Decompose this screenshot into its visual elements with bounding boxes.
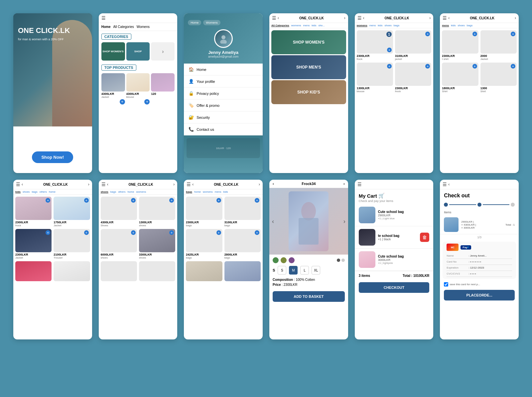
back-arrow-5[interactable]: ‹: [363, 16, 364, 20]
menu-contact-us[interactable]: 📞 Contact us: [184, 123, 263, 135]
add-btn-shoes-dark[interactable]: +: [169, 198, 174, 203]
back-arrow-8[interactable]: ‹: [107, 182, 108, 187]
product-next-arrow[interactable]: ›: [343, 218, 345, 225]
filter-bags-5[interactable]: bags: [394, 24, 399, 27]
menu-offer-promo[interactable]: 🏷️ Offer & promo: [184, 99, 263, 111]
shop-kids-banner[interactable]: SHOP KID'S: [271, 80, 346, 104]
add-btn-bag-multi[interactable]: +: [255, 198, 259, 203]
filter-womens-8[interactable]: womens: [136, 190, 146, 193]
forward-arrow-9[interactable]: ›: [259, 182, 260, 187]
hamburger-icon-8[interactable]: ☰: [101, 182, 106, 187]
add-btn-tshirt[interactable]: +: [472, 32, 477, 36]
menu-home[interactable]: 🏠 Home: [184, 64, 263, 76]
filter-kids-6[interactable]: kids: [451, 24, 456, 27]
add-btn-kids-trouser[interactable]: +: [84, 230, 89, 235]
nav-home-profile[interactable]: Home: [188, 20, 201, 25]
back-arrow-6[interactable]: ‹: [448, 16, 450, 20]
hamburger-icon-12[interactable]: ☰: [443, 182, 447, 187]
filter-womens-4[interactable]: womens: [291, 24, 301, 27]
shop-womens-banner[interactable]: SHOP WOMEN'S: [271, 30, 346, 54]
hamburger-icon-7[interactable]: ☰: [16, 182, 20, 187]
forward-arrow-7[interactable]: ›: [88, 182, 89, 187]
filter-bags-6[interactable]: bags: [467, 24, 472, 27]
shop-now-button[interactable]: Shop Now!: [32, 151, 73, 163]
filter-bags-7[interactable]: bags: [32, 190, 37, 193]
filter-shoes-8[interactable]: shoes: [101, 190, 108, 193]
forward-arrow-4[interactable]: ›: [344, 16, 345, 20]
back-arrow-7[interactable]: ‹: [22, 182, 23, 187]
add-btn-frock1[interactable]: +: [387, 48, 392, 52]
color-olive-dot[interactable]: [281, 257, 287, 263]
size-s-btn[interactable]: S: [278, 266, 286, 275]
filter-bags-8[interactable]: bags: [110, 190, 116, 193]
add-btn-kids-frock[interactable]: +: [46, 198, 50, 203]
filter-mens-9[interactable]: mens: [215, 190, 221, 193]
add-blouse-button[interactable]: +: [144, 99, 150, 104]
color-purple-dot[interactable]: [289, 257, 295, 263]
back-arrow-4[interactable]: ‹: [278, 16, 279, 20]
add-btn-jacketm[interactable]: +: [511, 32, 515, 36]
filter-all-categories[interactable]: All Categories: [271, 24, 289, 27]
hamburger-icon-6[interactable]: ☰: [443, 15, 447, 21]
size-l-btn[interactable]: L: [300, 266, 309, 275]
filter-home-7[interactable]: home: [49, 190, 56, 193]
add-to-basket-button[interactable]: ADD TO BASKET: [273, 291, 345, 302]
filter-kids-9[interactable]: kids: [223, 190, 228, 193]
size-m-btn[interactable]: M: [289, 266, 298, 275]
filter-womens-9[interactable]: womens: [203, 190, 213, 193]
nav-womens[interactable]: Womens: [137, 25, 150, 29]
filter-womens-5[interactable]: womens: [357, 24, 367, 27]
add-btn-kids-jacket[interactable]: +: [84, 198, 89, 203]
back-arrow-12[interactable]: ‹: [448, 182, 450, 187]
filter-bags-9[interactable]: bags: [186, 190, 192, 193]
add-btn-shirt2[interactable]: +: [511, 64, 515, 69]
add-btn-frock2[interactable]: +: [425, 64, 430, 69]
filter-mens-4[interactable]: mens: [303, 24, 310, 27]
color-green-dot[interactable]: [273, 257, 279, 263]
hamburger-icon-4[interactable]: ☰: [272, 15, 276, 21]
product-prev-arrow[interactable]: ‹: [272, 218, 274, 225]
filter-others-7[interactable]: others: [40, 190, 47, 193]
add-btn-blousew[interactable]: +: [387, 64, 392, 69]
filter-kids-5[interactable]: kids: [378, 24, 382, 27]
back-arrow-10[interactable]: ‹: [273, 182, 274, 186]
shop-mens-cat[interactable]: SHOP: [126, 42, 150, 61]
save-card-checkbox[interactable]: [444, 282, 448, 287]
menu-privacy-policy[interactable]: 🔒 Privacy policy: [184, 88, 263, 99]
nav-home[interactable]: Home: [101, 25, 111, 29]
forward-arrow-5[interactable]: ›: [429, 16, 431, 20]
place-order-button[interactable]: PLACEORDE...: [444, 290, 515, 300]
filter-shoes-7[interactable]: shoes: [23, 190, 30, 193]
forward-arrow-10[interactable]: ›: [343, 182, 345, 186]
filter-mens-5[interactable]: mens: [369, 24, 376, 27]
hamburger-icon-9[interactable]: ☰: [187, 182, 191, 187]
delete-cart-item2-button[interactable]: 🗑: [420, 233, 429, 242]
add-btn-kids-jacket2[interactable]: +: [46, 230, 50, 235]
add-btn-bag-white[interactable]: +: [216, 230, 221, 235]
filter-home-8[interactable]: home: [127, 190, 134, 193]
filter-mens-6[interactable]: mens: [442, 24, 449, 27]
forward-arrow-8[interactable]: ›: [173, 182, 175, 187]
hamburger-icon[interactable]: ☰: [101, 15, 106, 21]
add-btn-bag-red[interactable]: +: [255, 230, 259, 235]
add-btn-jacketw[interactable]: +: [425, 32, 430, 36]
menu-your-profile[interactable]: 👤 Your profile: [184, 76, 263, 88]
filter-kids-4[interactable]: kids: [312, 24, 316, 27]
filter-shoes-5[interactable]: shoes: [384, 24, 391, 27]
shop-mens-banner[interactable]: SHOP MEN'S: [271, 55, 346, 79]
back-arrow-9[interactable]: ‹: [192, 182, 194, 187]
filter-home-9[interactable]: home: [194, 190, 201, 193]
add-btn-bag-pink[interactable]: +: [216, 198, 221, 203]
add-btn-shoes3[interactable]: +: [169, 230, 174, 235]
add-btn-shirt1[interactable]: +: [472, 64, 477, 69]
nav-all-categories[interactable]: All Categories: [113, 25, 134, 29]
filter-kids-7[interactable]: kids: [15, 190, 21, 193]
filter-others-8[interactable]: others: [118, 190, 125, 193]
menu-security[interactable]: 🔐 Security: [184, 111, 263, 123]
hamburger-icon-11[interactable]: ☰: [357, 182, 362, 187]
forward-arrow-6[interactable]: ›: [515, 16, 516, 20]
filter-shoes-6[interactable]: shoes: [458, 24, 465, 27]
categories-next-arrow[interactable]: ›: [151, 42, 175, 61]
size-xl-btn[interactable]: XL: [312, 266, 320, 275]
filter-shoes-4[interactable]: sho...: [318, 24, 325, 27]
